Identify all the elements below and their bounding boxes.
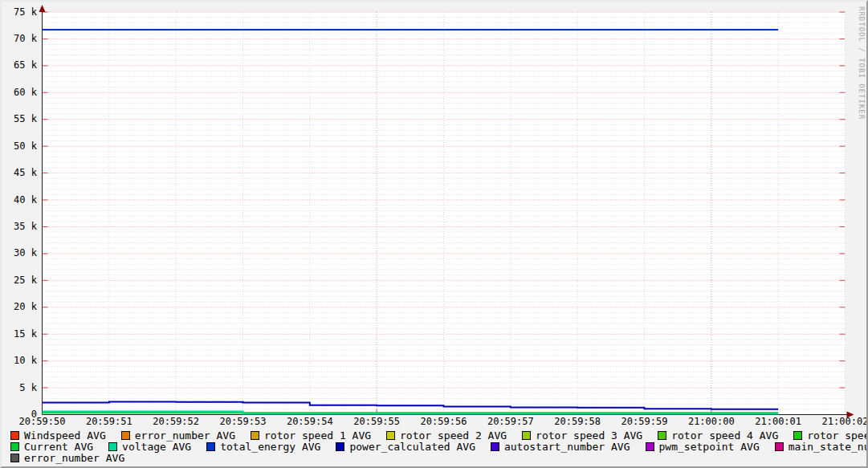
legend-swatch-icon	[251, 431, 259, 440]
x-tick-label: 20:59:56	[412, 417, 476, 427]
legend-label: rotor speed 2 AVG	[400, 429, 507, 442]
legend-label: pwm_setpoint AVG	[659, 441, 760, 453]
y-tick-label: 70 k	[2, 34, 37, 44]
legend-label: voltage AVG	[122, 441, 191, 453]
x-tick-label: 20:59:57	[479, 417, 543, 427]
legend-item: error_number AVG	[10, 452, 124, 464]
legend-item: total_energy AVG	[206, 441, 320, 453]
x-tick-label: 21:00:02	[813, 417, 868, 427]
legend-item: rotor speed 1 AVG	[251, 429, 371, 442]
legend-swatch-icon	[658, 431, 666, 440]
y-tick-label: 50 k	[2, 141, 37, 152]
y-tick-label: 75 k	[2, 7, 37, 18]
legend-swatch-icon	[108, 442, 117, 451]
legend-swatch-icon	[386, 431, 395, 440]
x-tick-label: 20:59:53	[211, 417, 275, 427]
rrd-graph: 05 k10 k15 k20 k25 k30 k35 k40 k45 k50 k…	[0, 0, 868, 468]
legend-label: error_number AVG	[24, 452, 124, 464]
legend-label: total_energy AVG	[220, 441, 320, 453]
y-tick-label: 55 k	[2, 114, 37, 124]
x-tick-label: 20:59:51	[77, 417, 141, 427]
legend-item: voltage AVG	[108, 441, 191, 453]
legend-item: pwm_setpoint AVG	[646, 441, 760, 453]
legend-item: Current AVG	[10, 441, 93, 453]
y-tick-label: 65 k	[2, 60, 37, 71]
legend: Windspeed AVGerror_number AVGrotor speed…	[10, 429, 860, 463]
legend-row: error_number AVG	[10, 452, 860, 463]
legend-item: rotor speed 2 AVG	[386, 429, 507, 442]
legend-label: rotor speed 5 AVG	[807, 429, 868, 442]
legend-item: power_calculated AVG	[336, 441, 475, 453]
legend-swatch-icon	[121, 431, 130, 440]
y-tick-label: 10 k	[2, 356, 37, 366]
legend-row: Windspeed AVGerror_number AVGrotor speed…	[10, 429, 860, 441]
y-tick-label: 35 k	[2, 222, 37, 232]
legend-item: error_number AVG	[121, 429, 235, 442]
x-tick-label: 21:00:01	[746, 417, 810, 427]
legend-label: Windspeed AVG	[24, 429, 106, 442]
legend-swatch-icon	[793, 431, 802, 440]
legend-swatch-icon	[10, 454, 19, 462]
rrdtool-watermark: RRDTOOL / TOBI OETIKER	[858, 6, 866, 120]
y-tick-label: 60 k	[2, 87, 37, 98]
legend-item: rotor speed 3 AVG	[522, 429, 642, 442]
x-tick-label: 20:59:50	[10, 417, 75, 427]
y-tick-label: 20 k	[2, 302, 37, 312]
y-tick-label: 25 k	[2, 275, 37, 286]
legend-swatch-icon	[522, 431, 531, 440]
legend-item: rotor speed 5 AVG	[793, 429, 868, 442]
x-tick-label: 20:59:58	[545, 417, 609, 427]
x-tick-label: 20:59:55	[344, 417, 409, 427]
legend-label: Current AVG	[24, 441, 93, 453]
y-tick-label: 30 k	[2, 248, 37, 258]
legend-item: main_state_number AVG	[775, 441, 868, 453]
legend-label: main_state_number AVG	[789, 441, 868, 453]
legend-label: rotor speed 1 AVG	[264, 429, 371, 442]
legend-item: rotor speed 4 AVG	[658, 429, 778, 442]
legend-swatch-icon	[336, 442, 344, 451]
legend-swatch-icon	[10, 442, 19, 451]
y-tick-label: 5 k	[2, 383, 37, 393]
legend-swatch-icon	[775, 442, 784, 451]
legend-swatch-icon	[491, 442, 499, 451]
legend-swatch-icon	[10, 431, 19, 440]
legend-label: rotor speed 3 AVG	[536, 429, 642, 442]
legend-label: error_number AVG	[135, 429, 235, 442]
legend-item: autostart_number AVG	[491, 441, 630, 453]
y-axis-arrow-icon	[39, 5, 46, 12]
legend-label: rotor speed 4 AVG	[671, 429, 778, 442]
y-tick-label: 40 k	[2, 195, 37, 206]
legend-label: power_calculated AVG	[349, 441, 475, 453]
y-tick-label: 15 k	[2, 329, 37, 340]
x-tick-label: 20:59:52	[144, 417, 208, 427]
x-tick-label: 20:59:59	[613, 417, 677, 427]
x-tick-label: 21:00:00	[679, 417, 744, 427]
legend-item: Windspeed AVG	[10, 429, 106, 442]
legend-row: Current AVGvoltage AVGtotal_energy AVGpo…	[10, 441, 860, 452]
legend-swatch-icon	[206, 442, 215, 451]
y-tick-label: 45 k	[2, 168, 37, 178]
chart-canvas	[2, 2, 868, 468]
legend-label: autostart_number AVG	[504, 441, 630, 453]
legend-swatch-icon	[646, 442, 654, 451]
x-tick-label: 20:59:54	[278, 417, 342, 427]
